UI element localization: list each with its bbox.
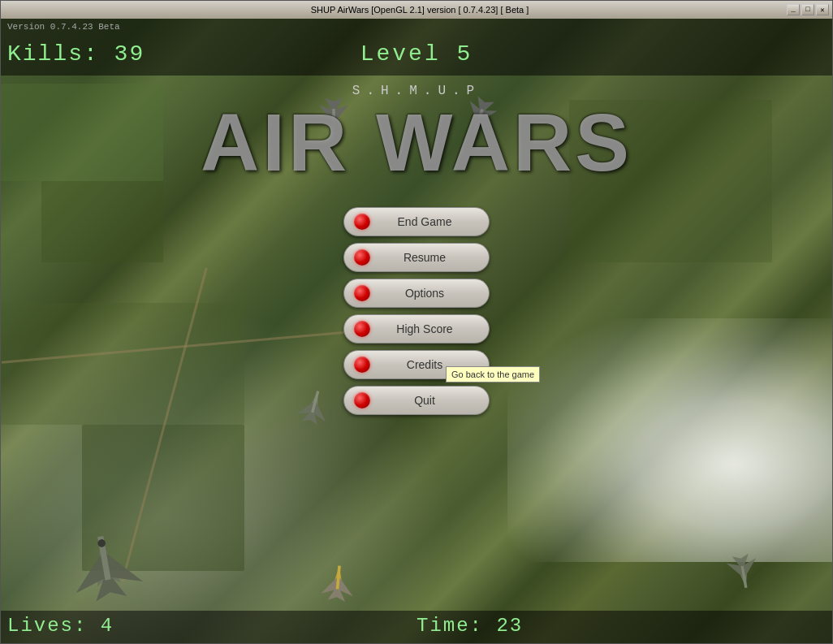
options-button[interactable]: Options <box>343 279 490 308</box>
close-button[interactable]: ✕ <box>816 4 829 15</box>
credits-label: Credits <box>370 358 489 371</box>
quit-gem <box>354 392 370 408</box>
end-game-label: End Game <box>370 215 489 228</box>
quit-label: Quit <box>370 394 489 407</box>
window-controls: _ □ ✕ <box>787 4 829 15</box>
title-section: S.H.M.U.P AIR WARS <box>201 84 632 183</box>
resume-gem <box>354 249 370 266</box>
version-text: Version 0.7.4.23 Beta <box>7 22 120 32</box>
high-score-gem <box>354 321 370 337</box>
hud-top: Version 0.7.4.23 Beta Kills: 39 Level 5 <box>1 19 832 76</box>
maximize-button[interactable]: □ <box>801 4 814 15</box>
level-display: Level 5 <box>360 41 473 67</box>
menu-overlay: S.H.M.U.P AIR WARS End Game Resume Optio… <box>1 76 832 611</box>
lives-display: Lives: 4 <box>7 615 114 637</box>
resume-button[interactable]: Resume <box>343 243 490 272</box>
high-score-button[interactable]: High Score <box>343 314 490 344</box>
end-game-gem <box>354 214 370 230</box>
menu-buttons: End Game Resume Options High Score Credi <box>343 207 490 415</box>
window-frame: SHUP AirWars [OpenGL 2.1] version [ 0.7.… <box>0 0 833 644</box>
resume-label: Resume <box>370 251 489 264</box>
kills-display: Kills: 39 <box>7 41 145 67</box>
options-label: Options <box>370 287 489 300</box>
end-game-button[interactable]: End Game <box>343 207 490 236</box>
credits-gem <box>354 357 370 373</box>
time-display: Time: 23 <box>416 615 523 637</box>
window-title: SHUP AirWars [OpenGL 2.1] version [ 0.7.… <box>53 5 787 15</box>
options-gem <box>354 285 370 301</box>
game-area: Version 0.7.4.23 Beta Kills: 39 Level 5 <box>1 19 832 643</box>
hud-bottom: Lives: 4 Time: 23 <box>1 611 832 643</box>
minimize-button[interactable]: _ <box>787 4 800 15</box>
game-title: AIR WARS <box>201 102 632 183</box>
quit-button[interactable]: Quit <box>343 386 490 415</box>
credits-button[interactable]: Credits <box>343 350 490 379</box>
title-bar: SHUP AirWars [OpenGL 2.1] version [ 0.7.… <box>1 1 832 19</box>
high-score-label: High Score <box>370 322 489 335</box>
